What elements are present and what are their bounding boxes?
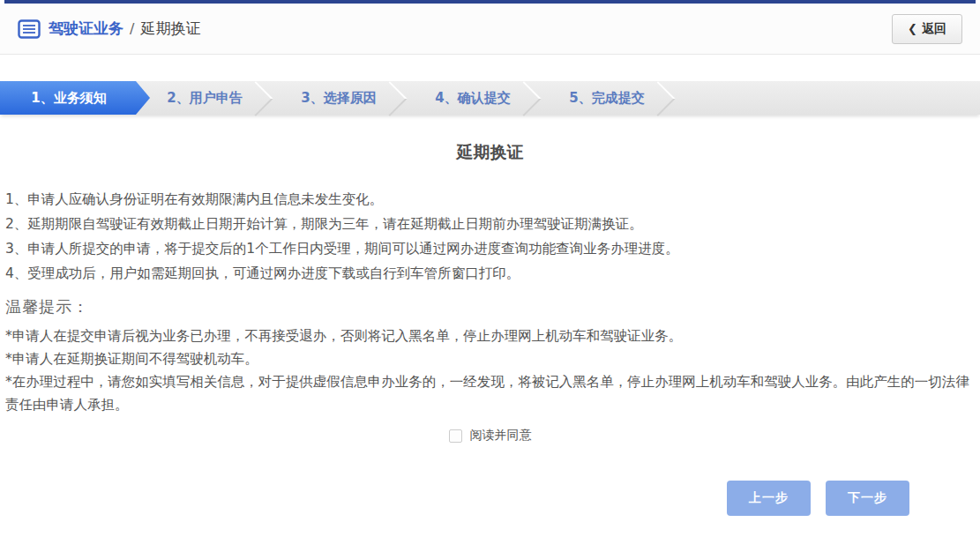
breadcrumb-current-page: 延期换证 [140, 19, 200, 39]
step-wizard-bar: 1、业务须知 2、用户申告 3、选择原因 4、确认提交 5、完成提交 [0, 81, 980, 115]
agree-checkbox-label[interactable]: 阅读并同意 [470, 428, 532, 444]
list-form-icon [18, 19, 41, 39]
notice-list: 1、申请人应确认身份证明在有效期限满内且信息未发生变化。 2、延期期限自驾驶证有… [5, 187, 975, 286]
back-button-label: 返回 [922, 21, 946, 37]
chevron-left-icon: ❮ [908, 22, 917, 35]
breadcrumb-separator: / [130, 20, 134, 37]
tip-line-2: *申请人在延期换证期间不得驾驶机动车。 [5, 347, 975, 370]
tips-heading: 温馨提示： [5, 296, 975, 317]
agree-row: 阅读并同意 [0, 428, 980, 444]
step-tab-1-business-notice[interactable]: 1、业务须知 [0, 81, 150, 115]
breadcrumb-business-category[interactable]: 驾驶证业务 [49, 19, 123, 39]
tip-line-1: *申请人在提交申请后视为业务已办理，不再接受退办，否则将记入黑名单，停止办理网上… [5, 324, 975, 347]
step-tab-2-user-declaration[interactable]: 2、用户申告 [138, 81, 272, 115]
step-tab-3-select-reason[interactable]: 3、选择原因 [272, 81, 406, 115]
step-tab-4-confirm-submit[interactable]: 4、确认提交 [406, 81, 540, 115]
previous-step-button[interactable]: 上一步 [727, 481, 811, 516]
agree-checkbox[interactable] [449, 429, 462, 443]
tips-list: *申请人在提交申请后视为业务已办理，不再接受退办，否则将记入黑名单，停止办理网上… [5, 324, 975, 416]
page-header: 驾驶证业务 / 延期换证 ❮ 返回 [0, 4, 980, 55]
notice-line-2: 2、延期期限自驾驶证有效期截止日期开始计算，期限为三年，请在延期截止日期前办理驾… [5, 212, 975, 236]
notice-line-4: 4、受理成功后，用户如需延期回执，可通过网办进度下载或自行到车管所窗口打印。 [5, 261, 975, 286]
notice-line-1: 1、申请人应确认身份证明在有效期限满内且信息未发生变化。 [5, 187, 975, 212]
next-step-button[interactable]: 下一步 [826, 481, 909, 516]
tip-line-3: *在办理过程中，请您如实填写相关信息，对于提供虚假信息申办业务的，一经发现，将被… [5, 370, 975, 416]
back-button[interactable]: ❮ 返回 [892, 14, 962, 44]
notice-line-3: 3、申请人所提交的申请，将于提交后的1个工作日内受理，期间可以通过网办进度查询功… [5, 236, 975, 261]
step-bar-filler [674, 81, 980, 115]
step-tab-5-complete-submit[interactable]: 5、完成提交 [540, 81, 674, 115]
wizard-footer: 上一步 下一步 [0, 481, 980, 516]
page-title: 延期换证 [0, 141, 980, 164]
